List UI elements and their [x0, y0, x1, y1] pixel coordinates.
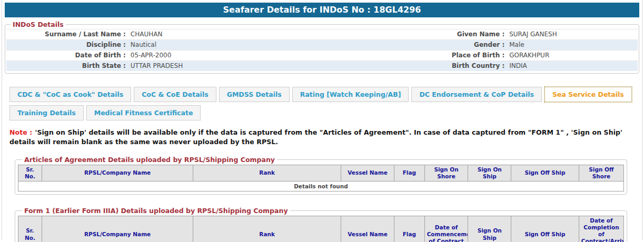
articles-col-sign-off-shore: Sign Off Shore [579, 165, 623, 181]
birth-country-label: Birth Country : [325, 61, 508, 71]
tab-coc-coe-details[interactable]: CoC & CoE Details [134, 87, 216, 102]
date-of-birth-label: Date of Birth : [6, 51, 130, 60]
given-name-value: SURAJ GANESH [508, 29, 638, 39]
form1-col-company: RPSL/Company Name [42, 216, 193, 242]
tab-medical-fitness-certificate[interactable]: Medical Fitness Certificate [86, 105, 201, 120]
tab-dc-endorsement-cop-details[interactable]: DC Endorsement & CoP Details [411, 87, 542, 102]
place-of-birth-value: GORAKHPUR [508, 51, 638, 60]
articles-of-agreement-section: Articles of Agreement Details uploaded b… [15, 156, 627, 195]
date-of-birth-value: 05-APR-2000 [130, 51, 325, 60]
form1-header-row: Sr. No. RPSL/Company Name Rank Vessel Na… [18, 216, 624, 242]
place-of-birth-label: Place of Birth : [325, 51, 508, 60]
tab-content-area: CDC & "CoC as Cook" Details CoC & CoE De… [4, 74, 640, 242]
form1-table: Sr. No. RPSL/Company Name Rank Vessel Na… [18, 216, 624, 242]
form1-col-date-commencement: Date of Commencement of Contract [424, 216, 468, 242]
articles-col-sign-off-ship: Sign Off Ship [511, 165, 579, 181]
articles-col-vessel: Vessel Name [341, 165, 394, 181]
form1-section: Form 1 (Earlier Form IIIA) Details uploa… [15, 207, 627, 242]
form1-col-sr-no: Sr. No. [18, 216, 42, 242]
form1-legend: Form 1 (Earlier Form IIIA) Details uploa… [22, 207, 290, 215]
discipline-value: Nautical [130, 40, 325, 50]
articles-col-sign-on-shore: Sign On Shore [424, 165, 468, 181]
articles-empty-row: Details not found [18, 181, 624, 191]
surname-label: Surname / Last Name : [6, 29, 130, 39]
articles-col-sr-no: Sr. No. [18, 165, 42, 181]
surname-value: CHAUHAN [130, 29, 325, 39]
indos-row-birth-date: Date of Birth : 05-APR-2000 Place of Bir… [6, 50, 638, 60]
indos-row-discipline: Discipline : Nautical Gender : Male [6, 39, 638, 50]
indos-details-section: INDoS Details Surname / Last Name : CHAU… [5, 21, 639, 74]
note-label: Note : [9, 128, 32, 136]
indos-row-name: Surname / Last Name : CHAUHAN Given Name… [6, 29, 638, 39]
tab-bar: CDC & "CoC as Cook" Details CoC & CoE De… [9, 87, 637, 120]
details-not-found-message: Details not found [18, 181, 624, 191]
form1-col-sign-on-ship: Sign On Ship [468, 216, 511, 242]
note-text: Note :'Sign on Ship' details will be ava… [9, 128, 628, 147]
birth-state-label: Birth State : [6, 61, 130, 71]
indos-row-birth-place: Birth State : UTTAR PRADESH Birth Countr… [6, 60, 638, 71]
tab-sea-service-details[interactable]: Sea Service Details [544, 87, 632, 102]
form1-col-vessel: Vessel Name [341, 216, 394, 242]
gender-label: Gender : [325, 40, 508, 50]
birth-state-value: UTTAR PRADESH [130, 61, 325, 71]
seafarer-details-page: Seafarer Details for INDoS No : 18GL4296… [2, 0, 642, 240]
articles-col-company: RPSL/Company Name [42, 165, 193, 181]
tab-cdc-coc-as-cook-details[interactable]: CDC & "CoC as Cook" Details [9, 87, 131, 102]
discipline-label: Discipline : [6, 40, 130, 50]
form1-col-sign-off-ship: Sign Off Ship [511, 216, 579, 242]
articles-header-row: Sr. No. RPSL/Company Name Rank Vessel Na… [18, 165, 624, 181]
gender-value: Male [508, 40, 638, 50]
form1-col-rank: Rank [193, 216, 341, 242]
tab-rating-watch-keeping-ab[interactable]: Rating [Watch Keeping/AB] [292, 87, 409, 102]
birth-country-value: INDIA [508, 61, 638, 71]
articles-col-sign-on-ship: Sign On Ship [468, 165, 511, 181]
articles-of-agreement-table: Sr. No. RPSL/Company Name Rank Vessel Na… [18, 165, 624, 191]
form1-col-date-completion: Date of Completion of Contract/Arriving … [579, 216, 623, 242]
form1-col-flag: Flag [394, 216, 425, 242]
articles-col-rank: Rank [193, 165, 341, 181]
page-title: Seafarer Details for INDoS No : 18GL4296 [5, 3, 639, 17]
tab-gmdss-details[interactable]: GMDSS Details [219, 87, 290, 102]
note-body: 'Sign on Ship' details will be available… [9, 128, 622, 146]
tab-training-details[interactable]: Training Details [9, 105, 84, 120]
articles-col-flag: Flag [394, 165, 425, 181]
articles-of-agreement-legend: Articles of Agreement Details uploaded b… [22, 156, 277, 164]
given-name-label: Given Name : [325, 29, 508, 39]
indos-details-legend: INDoS Details [11, 21, 66, 28]
